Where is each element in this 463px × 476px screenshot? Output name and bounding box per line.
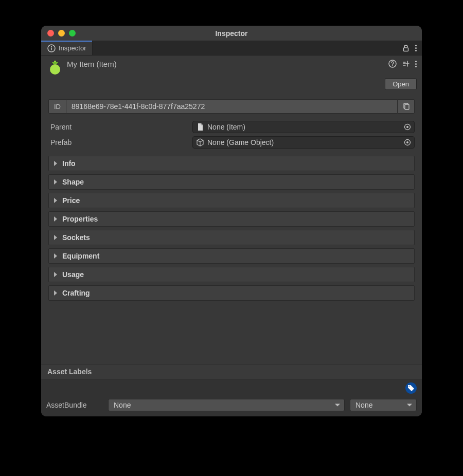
asset-labels-body [41,379,422,396]
inspector-body: ID 89168e69-78e1-441f-8c0d-877f7aa25272 … [41,94,422,416]
foldout-equipment[interactable]: Equipment [48,248,415,264]
svg-rect-9 [405,104,409,109]
chevron-down-icon [335,404,340,407]
foldout-label: Price [62,196,80,205]
foldout-info[interactable]: Info [48,156,415,171]
svg-rect-3 [404,48,408,51]
parent-value: None (Item) [207,123,245,131]
presets-icon[interactable] [402,60,410,68]
minimize-window-button[interactable] [58,30,65,36]
info-icon [47,44,56,52]
close-window-button[interactable] [47,30,54,36]
parent-object-field[interactable]: None (Item) [192,121,415,133]
titlebar: Inspector [41,26,422,41]
caret-right-icon [54,253,57,259]
help-icon[interactable] [388,60,397,68]
asset-bundle-variant-value: None [355,401,372,409]
object-picker-icon[interactable] [404,123,411,131]
tag-icon [407,385,415,392]
item-thumbnail-icon [46,59,64,76]
asset-title: My Item (Item) [67,60,388,68]
foldout-label: Sockets [62,233,90,242]
id-value-field[interactable]: 89168e69-78e1-441f-8c0d-877f7aa25272 [66,99,397,114]
parent-row: Parent None (Item) [48,121,415,133]
component-menu-icon[interactable] [415,61,417,67]
caret-right-icon [54,179,57,185]
foldout-label: Usage [62,270,84,279]
prefab-value: None (Game Object) [207,138,274,147]
foldout-label: Shape [62,178,84,186]
id-row: ID 89168e69-78e1-441f-8c0d-877f7aa25272 [48,99,415,114]
svg-point-13 [406,141,408,143]
foldout-sockets[interactable]: Sockets [48,230,415,245]
svg-rect-4 [54,61,56,62]
svg-point-7 [392,65,393,66]
foldout-label: Equipment [62,252,99,260]
asset-bundle-label: AssetBundle [46,401,103,409]
object-picker-icon[interactable] [404,139,411,146]
caret-right-icon [54,161,57,166]
traffic-lights [47,30,76,36]
foldout-properties[interactable]: Properties [48,211,415,227]
caret-right-icon [54,272,57,277]
inspector-footer: Asset Labels AssetBundle None None [41,364,422,416]
open-button[interactable]: Open [385,78,417,90]
prefab-row: Prefab None (Game Object) [48,136,415,149]
foldout-usage[interactable]: Usage [48,267,415,282]
tab-label: Inspector [59,44,86,52]
foldout-list: Info Shape Price Properties Sockets Equi… [48,156,415,301]
caret-right-icon [54,290,57,296]
foldout-price[interactable]: Price [48,193,415,208]
asset-labels-header: Asset Labels [41,364,422,379]
lock-open-icon[interactable] [402,44,410,52]
svg-point-2 [51,46,52,47]
asset-header: My Item (Item) [41,56,422,78]
foldout-label: Crafting [62,289,90,297]
foldout-label: Info [62,159,76,168]
caret-right-icon [54,216,57,222]
prefab-label: Prefab [48,138,192,147]
foldout-label: Properties [62,215,98,223]
foldout-crafting[interactable]: Crafting [48,285,415,301]
foldout-shape[interactable]: Shape [48,174,415,190]
cube-icon [196,138,204,147]
asset-bundle-dropdown[interactable]: None [108,399,345,411]
tab-bar: Inspector [41,41,422,56]
caret-right-icon [54,198,57,203]
svg-rect-1 [51,47,52,50]
inspector-window: Inspector Inspector My Item (Item) Open [41,26,422,416]
svg-point-5 [50,64,60,75]
tab-right-controls [402,41,422,55]
add-label-button[interactable] [405,382,417,394]
maximize-window-button[interactable] [69,30,76,36]
parent-label: Parent [48,123,192,131]
tab-menu-icon[interactable] [415,45,417,51]
svg-point-14 [408,386,409,387]
chevron-down-icon [407,404,412,407]
asset-bundle-value: None [114,401,131,409]
window-title: Inspector [41,29,422,38]
id-label: ID [48,99,66,114]
tab-inspector[interactable]: Inspector [41,41,93,55]
asset-bundle-variant-dropdown[interactable]: None [350,399,417,411]
copy-id-button[interactable] [397,99,415,114]
document-icon [196,123,204,131]
svg-point-11 [406,126,408,128]
asset-bundle-row: AssetBundle None None [41,396,422,416]
caret-right-icon [54,235,57,240]
prefab-object-field[interactable]: None (Game Object) [192,136,415,149]
